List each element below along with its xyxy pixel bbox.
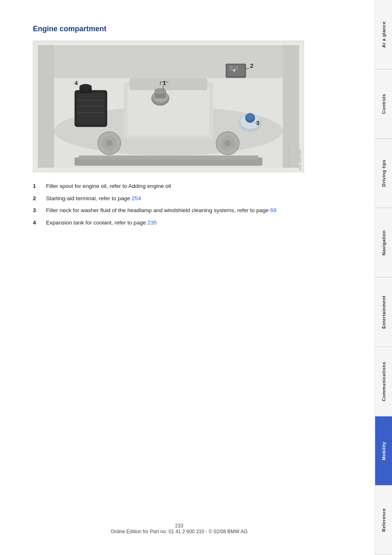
- svg-text:2: 2: [250, 62, 254, 69]
- footer-text: Online Edition for Part no. 01 41 2 600 …: [0, 529, 358, 534]
- section-title: Engine compartment: [33, 25, 354, 33]
- svg-point-13: [154, 88, 166, 94]
- item-number-2: 2: [33, 194, 44, 203]
- svg-text:4: 4: [74, 80, 78, 86]
- sidebar-tab-label: Navigation: [381, 230, 386, 255]
- sidebar-tab-label: Reference: [381, 508, 386, 532]
- right-sidebar: At a glance Controls Driving tips Naviga…: [375, 0, 392, 555]
- list-item: 3 Filler neck for washer fluid of the he…: [33, 206, 354, 215]
- svg-rect-2: [38, 45, 299, 78]
- item-number-3: 3: [33, 206, 44, 215]
- svg-text:000-1999-999: 000-1999-999: [288, 148, 291, 166]
- svg-point-39: [106, 140, 113, 146]
- page-link-254[interactable]: 254: [132, 195, 141, 201]
- svg-rect-30: [77, 92, 105, 125]
- item-list: 1 Filler spout for engine oil, refer to …: [33, 182, 354, 227]
- sidebar-tab-label: At a glance: [381, 21, 386, 48]
- page-container: Engine compartment: [0, 0, 392, 555]
- sidebar-tab-label: Entertainment: [381, 296, 386, 328]
- svg-rect-7: [128, 86, 210, 135]
- page-link-69[interactable]: 69: [270, 207, 277, 213]
- svg-rect-19: [230, 66, 233, 71]
- image-credit: 000-1999-999: [298, 150, 302, 170]
- sidebar-tab-entertainment[interactable]: Entertainment: [375, 278, 392, 347]
- sidebar-tab-label: Driving tips: [381, 160, 386, 187]
- page-number: 233: [0, 523, 358, 529]
- svg-point-26: [247, 113, 254, 120]
- item-number-4: 4: [33, 219, 44, 227]
- sidebar-tab-communications[interactable]: Communications: [375, 347, 392, 416]
- sidebar-tab-controls[interactable]: Controls: [375, 69, 392, 139]
- item-text-3: Filler neck for washer fluid of the head…: [46, 206, 277, 215]
- engine-image: 1 + 2: [33, 41, 304, 172]
- sidebar-tab-label: Mobility: [381, 442, 386, 460]
- svg-rect-20: [235, 66, 238, 71]
- item-text-2: Starting-aid terminal, refer to page 254: [46, 194, 141, 203]
- main-content: Engine compartment: [0, 0, 375, 555]
- item-text-4: Expansion tank for coolant, refer to pag…: [46, 219, 157, 227]
- list-item: 1 Filler spout for engine oil, refer to …: [33, 182, 354, 190]
- item-text-1: Filler spout for engine oil, refer to Ad…: [46, 182, 171, 190]
- list-item: 2 Starting-aid terminal, refer to page 2…: [33, 194, 354, 203]
- sidebar-tab-driving-tips[interactable]: Driving tips: [375, 139, 392, 208]
- svg-rect-8: [130, 78, 208, 90]
- svg-rect-3: [38, 45, 54, 168]
- page-footer: 233 Online Edition for Part no. 01 41 2 …: [0, 523, 358, 534]
- svg-rect-44: [78, 155, 258, 160]
- sidebar-tab-label: Controls: [381, 94, 386, 114]
- svg-rect-4: [283, 45, 299, 168]
- sidebar-tab-mobility[interactable]: Mobility: [375, 416, 392, 486]
- svg-point-42: [224, 140, 231, 146]
- sidebar-tab-navigation[interactable]: Navigation: [375, 208, 392, 278]
- sidebar-tab-at-a-glance[interactable]: At a glance: [375, 0, 392, 69]
- sidebar-tab-label: Communications: [381, 362, 386, 401]
- svg-text:1: 1: [163, 80, 166, 86]
- item-number-1: 1: [33, 182, 44, 190]
- list-item: 4 Expansion tank for coolant, refer to p…: [33, 219, 354, 227]
- sidebar-tab-reference[interactable]: Reference: [375, 486, 392, 555]
- page-link-235[interactable]: 235: [148, 220, 157, 226]
- svg-point-32: [79, 84, 92, 90]
